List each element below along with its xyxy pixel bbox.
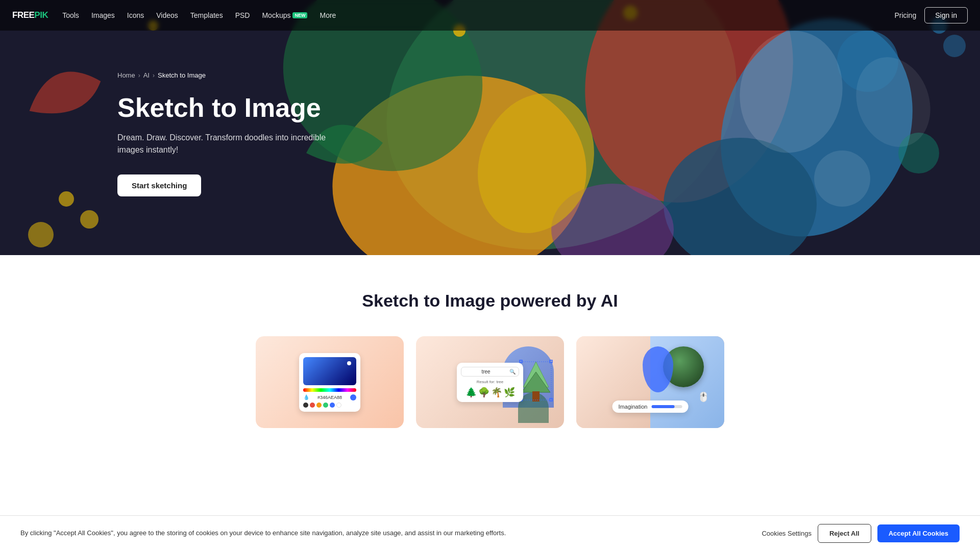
- search-bar: tree 🔍: [461, 367, 519, 377]
- card2-content: tree 🔍 Result for: tree 🌲 🌳 🌴 🌿: [416, 336, 564, 428]
- swatch-red: [310, 403, 315, 408]
- color-gradient-box: [303, 357, 356, 385]
- swatch-white: [336, 403, 341, 408]
- left-half: [576, 336, 650, 428]
- hue-slider: [303, 388, 356, 392]
- navbar: FREEPIK Tools Images Icons Videos Templa…: [0, 0, 980, 31]
- pricing-link[interactable]: Pricing: [894, 11, 916, 19]
- search-panel: tree 🔍 Result for: tree 🌲 🌳 🌴 🌿: [457, 363, 523, 402]
- swatch-orange: [316, 403, 322, 408]
- new-badge: NEW: [292, 12, 307, 18]
- features-section: Sketch to Image powered by AI 💧 #346AEA8…: [0, 255, 980, 448]
- nav-more[interactable]: More: [320, 11, 336, 19]
- tree-icon-1: 🌲: [465, 387, 477, 398]
- hex-row: 💧 #346AEA88: [303, 394, 356, 400]
- nav-psd[interactable]: PSD: [235, 11, 250, 19]
- search-icon: 🔍: [509, 369, 516, 374]
- nav-images[interactable]: Images: [91, 11, 115, 19]
- hero-subtitle: Dream. Draw. Discover. Transform doodles…: [117, 132, 332, 156]
- search-text: tree: [464, 369, 507, 374]
- swatch-blue: [330, 403, 335, 408]
- nav-templates[interactable]: Templates: [190, 11, 223, 19]
- nav-tools[interactable]: Tools: [62, 11, 79, 19]
- svg-rect-28: [550, 398, 552, 401]
- svg-rect-26: [550, 360, 552, 363]
- tree-icon-2: 🌳: [478, 387, 489, 398]
- cursor-icon: 🖱️: [698, 391, 709, 403]
- start-sketching-button[interactable]: Start sketching: [117, 174, 201, 196]
- breadcrumb-sep-1: ›: [138, 72, 140, 79]
- nav-videos[interactable]: Videos: [156, 11, 178, 19]
- eyedropper-icon: 💧: [303, 394, 309, 400]
- svg-point-13: [28, 222, 54, 247]
- progress-track: [651, 405, 682, 408]
- breadcrumb: Home › AI › Sketch to Image: [117, 71, 980, 79]
- breadcrumb-ai[interactable]: AI: [143, 71, 150, 79]
- nav-icons[interactable]: Icons: [127, 11, 144, 19]
- result-label: Result for: tree: [461, 380, 519, 384]
- card-colors: 💧 #346AEA88: [256, 336, 404, 428]
- swatch-row: [303, 403, 356, 408]
- tree-icon-4: 🌿: [504, 387, 515, 398]
- nav-links: Tools Images Icons Videos Templates PSD …: [62, 11, 880, 19]
- card3-content: 🖱️ Imagination: [576, 336, 724, 428]
- hex-value: #346AEA88: [311, 395, 348, 400]
- page-title: Sketch to Image: [117, 93, 980, 122]
- breadcrumb-current: Sketch to Image: [158, 71, 206, 79]
- grad-dot: [347, 361, 351, 365]
- breadcrumb-home[interactable]: Home: [117, 71, 135, 79]
- tree-icons: 🌲 🌳 🌴 🌿: [461, 387, 519, 398]
- hero-section: Home › AI › Sketch to Image Sketch to Im…: [0, 0, 980, 255]
- hero-content: Home › AI › Sketch to Image Sketch to Im…: [0, 31, 980, 196]
- card-imagination: 🖱️ Imagination: [576, 336, 724, 428]
- card1-content: 💧 #346AEA88: [256, 336, 404, 428]
- svg-rect-25: [520, 360, 522, 363]
- svg-point-14: [80, 210, 99, 229]
- progress-fill: [651, 405, 674, 408]
- card-search: tree 🔍 Result for: tree 🌲 🌳 🌴 🌿: [416, 336, 564, 428]
- nav-right: Pricing Sign in: [894, 7, 968, 23]
- imagination-bar: Imagination: [612, 400, 689, 413]
- render-preview: 🖱️: [576, 336, 724, 428]
- swatch-green: [323, 403, 328, 408]
- color-swatch-blue: [350, 394, 356, 400]
- swatch-black: [303, 403, 308, 408]
- signin-button[interactable]: Sign in: [924, 7, 968, 23]
- color-picker-mock: 💧 #346AEA88: [299, 353, 360, 412]
- feature-cards: 💧 #346AEA88: [10, 336, 970, 428]
- imagination-label: Imagination: [619, 404, 648, 410]
- nav-mockups[interactable]: Mockups NEW: [262, 11, 307, 19]
- logo[interactable]: FREEPIK: [12, 10, 48, 20]
- section-title: Sketch to Image powered by AI: [10, 291, 970, 311]
- breadcrumb-sep-2: ›: [153, 72, 155, 79]
- tree-icon-3: 🌴: [491, 387, 502, 398]
